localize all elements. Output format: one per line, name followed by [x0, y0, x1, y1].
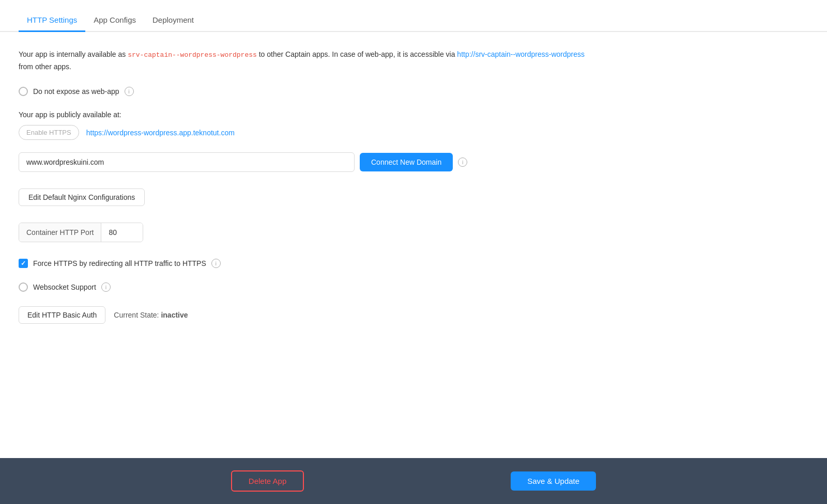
public-url-label: Your app is publicly available at:: [19, 111, 808, 119]
edit-nginx-button[interactable]: Edit Default Nginx Configurations: [19, 188, 145, 206]
info-prefix: Your app is internally available as: [19, 50, 126, 58]
websocket-checkbox[interactable]: [19, 282, 28, 292]
footer: Delete App Save & Update: [0, 458, 827, 504]
connect-domain-info-icon[interactable]: i: [458, 158, 467, 167]
delete-app-button[interactable]: Delete App: [231, 470, 304, 492]
enable-https-button[interactable]: Enable HTTPS: [19, 125, 79, 140]
domain-input[interactable]: [19, 152, 355, 172]
edit-basic-auth-button[interactable]: Edit HTTP Basic Auth: [19, 306, 105, 324]
websocket-row: Websocket Support i: [19, 282, 808, 292]
tab-deployment[interactable]: Deployment: [144, 10, 202, 32]
port-row: Container HTTP Port: [19, 223, 808, 242]
page-container: HTTP Settings App Configs Deployment You…: [0, 0, 827, 504]
expose-checkbox[interactable]: [19, 87, 28, 96]
port-label: Container HTTP Port: [19, 223, 101, 242]
port-input[interactable]: [101, 223, 143, 242]
tab-http-settings[interactable]: HTTP Settings: [19, 10, 85, 32]
internal-availability-notice: Your app is internally available as srv-…: [19, 49, 808, 72]
tab-app-configs[interactable]: App Configs: [85, 10, 144, 32]
force-https-label: Force HTTPS by redirecting all HTTP traf…: [33, 259, 206, 267]
info-middle-text: to other Captain apps. In case of web-ap…: [259, 50, 455, 58]
expose-label: Do not expose as web-app: [33, 87, 119, 96]
expose-info-icon[interactable]: i: [125, 87, 134, 96]
content-area: Your app is internally available as srv-…: [0, 32, 827, 458]
force-https-info-icon[interactable]: i: [211, 259, 221, 268]
public-url-link[interactable]: https://wordpress-wordpress.app.teknotut…: [86, 129, 235, 137]
internal-url-link[interactable]: http://srv-captain--wordpress-wordpress: [457, 50, 585, 58]
expose-checkbox-row: Do not expose as web-app i: [19, 87, 808, 96]
force-https-checkbox[interactable]: [19, 259, 28, 268]
domain-row: Connect New Domain i: [19, 152, 808, 172]
basic-auth-row: Edit HTTP Basic Auth Current State: inac…: [19, 306, 808, 324]
websocket-info-icon[interactable]: i: [101, 282, 111, 292]
save-update-button[interactable]: Save & Update: [511, 471, 596, 491]
current-state-text: Current State: inactive: [114, 311, 188, 319]
tabs-bar: HTTP Settings App Configs Deployment: [0, 0, 827, 32]
public-url-row: Enable HTTPS https://wordpress-wordpress…: [19, 125, 808, 140]
internal-service-name: srv-captain--wordpress-wordpress: [128, 51, 257, 59]
info-suffix: from other apps.: [19, 62, 71, 71]
websocket-label: Websocket Support: [33, 283, 96, 291]
force-https-row: Force HTTPS by redirecting all HTTP traf…: [19, 259, 808, 268]
port-container: Container HTTP Port: [19, 223, 143, 242]
connect-new-domain-button[interactable]: Connect New Domain: [360, 153, 453, 171]
